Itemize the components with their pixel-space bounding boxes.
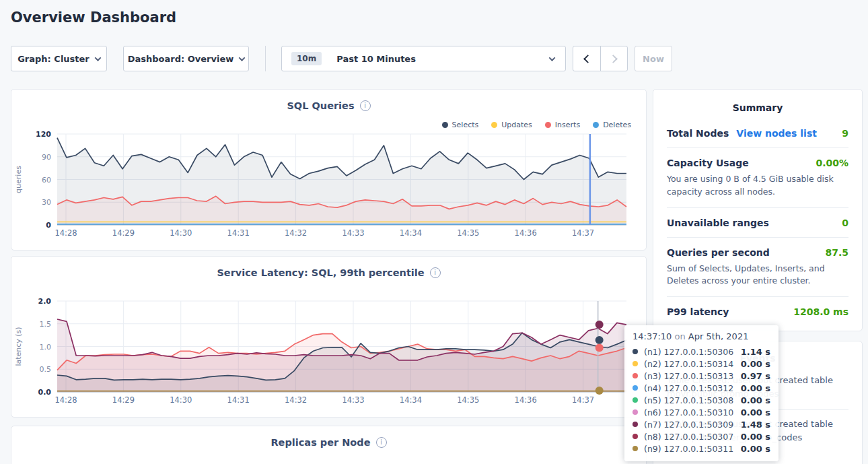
svg-text:14:28: 14:28	[55, 228, 77, 238]
p99-latency-value: 1208.0 ms	[793, 306, 848, 317]
service-latency-chart-card: Service Latency: SQL, 99th percentile i …	[11, 256, 647, 418]
svg-text:60: 60	[42, 176, 51, 185]
page-title: Overview Dashboard	[11, 9, 176, 26]
sql-queries-chart-card: SQL Queries i SelectsUpdatesInsertsDelet…	[11, 89, 647, 251]
tooltip-node-row: (n4) 127.0.0.1:503120.00 s	[632, 382, 770, 394]
svg-text:14:36: 14:36	[515, 395, 537, 405]
tooltip-node-value: 0.00 s	[741, 395, 770, 405]
chart-title-text: Replicas per Node	[270, 437, 370, 448]
tooltip-node-label: (n6) 127.0.0.1:50310	[644, 407, 733, 418]
svg-text:14:37: 14:37	[572, 395, 594, 405]
graph-scope-dropdown-label: Graph: Cluster	[17, 54, 89, 64]
service-latency-plot[interactable]: 14:2814:2914:3014:3114:3214:3314:3414:35…	[11, 257, 647, 418]
tooltip-node-label: (n5) 127.0.0.1:50308	[644, 395, 733, 405]
qps-value: 87.5	[825, 247, 848, 258]
tooltip-on-text: on	[672, 331, 688, 341]
svg-text:14:34: 14:34	[400, 395, 422, 405]
qps-label: Queries per second	[667, 247, 770, 258]
node-color-dot-icon	[632, 434, 638, 439]
tooltip-node-row: (n6) 127.0.0.1:503100.00 s	[632, 406, 770, 418]
qps-subtext: Sum of Selects, Updates, Inserts, and De…	[667, 263, 848, 288]
replicas-per-node-chart-card: Replicas per Node i	[11, 426, 647, 464]
svg-text:2.0: 2.0	[38, 297, 52, 306]
time-next-button[interactable]	[600, 46, 627, 71]
svg-text:14:34: 14:34	[400, 228, 422, 238]
svg-text:14:30: 14:30	[170, 228, 192, 238]
chevron-down-icon	[94, 55, 101, 61]
tooltip-node-label: (n2) 127.0.0.1:50314	[644, 359, 733, 369]
time-range-badge: 10m	[291, 52, 322, 65]
chevron-down-icon	[549, 55, 556, 61]
tooltip-node-label: (n7) 127.0.0.1:50309	[644, 420, 733, 430]
now-button[interactable]: Now	[635, 46, 672, 71]
tooltip-time: 14:37:10	[632, 331, 672, 341]
sql-queries-plot[interactable]: 14:2814:2914:3014:3114:3214:3314:3414:35…	[11, 90, 647, 251]
dashboard-controls: Graph: Cluster Dashboard: Overview 10m P…	[11, 46, 672, 71]
summary-title: Summary	[667, 90, 848, 119]
tooltip-node-label: (n3) 127.0.0.1:50313	[644, 371, 733, 381]
graph-scope-dropdown[interactable]: Graph: Cluster	[11, 46, 107, 71]
tooltip-node-value: 1.48 s	[741, 420, 770, 430]
tooltip-node-row: (n9) 127.0.0.1:503110.00 s	[632, 442, 770, 455]
summary-row-total-nodes: Total Nodes View nodes list 9	[667, 119, 848, 148]
svg-text:14:36: 14:36	[515, 228, 537, 238]
tooltip-node-value: 0.00 s	[741, 444, 770, 454]
svg-text:1.5: 1.5	[40, 320, 52, 329]
node-color-dot-icon	[632, 349, 638, 354]
svg-text:1.0: 1.0	[40, 343, 52, 352]
dashboard-dropdown-label: Dashboard: Overview	[128, 54, 234, 64]
unavailable-ranges-value: 0	[842, 218, 848, 228]
tooltip-node-value: 1.14 s	[741, 347, 770, 357]
svg-text:14:28: 14:28	[55, 395, 77, 405]
tooltip-node-row: (n8) 127.0.0.1:503070.00 s	[632, 430, 770, 442]
replicas-per-node-chart-title: Replicas per Node i	[11, 437, 646, 448]
chevron-right-icon	[609, 55, 618, 63]
dashboard-dropdown[interactable]: Dashboard: Overview	[123, 46, 249, 71]
svg-text:14:30: 14:30	[170, 395, 192, 405]
svg-text:0.0: 0.0	[38, 388, 52, 397]
svg-text:14:35: 14:35	[457, 228, 479, 238]
node-color-dot-icon	[632, 385, 638, 391]
svg-text:14:33: 14:33	[342, 395, 364, 405]
view-nodes-list-link[interactable]: View nodes list	[736, 128, 817, 139]
tooltip-node-label: (n1) 127.0.0.1:50306	[644, 347, 733, 357]
svg-text:14:31: 14:31	[227, 228, 250, 238]
tooltip-node-rows: (n1) 127.0.0.1:503061.14 s(n2) 127.0.0.1…	[632, 345, 770, 455]
chart-hover-tooltip: 14:37:10 on Apr 5th, 2021 (n1) 127.0.0.1…	[624, 325, 779, 461]
time-prev-button[interactable]	[573, 46, 600, 71]
summary-row-capacity: Capacity Usage 0.00% You are using 0 B o…	[667, 148, 848, 208]
tooltip-node-label: (n8) 127.0.0.1:50307	[644, 432, 733, 442]
unavailable-ranges-label: Unavailable ranges	[667, 218, 769, 228]
tooltip-node-value: 0.97 s	[741, 371, 770, 381]
summary-row-unavailable-ranges: Unavailable ranges 0	[667, 208, 848, 238]
svg-text:14:31: 14:31	[227, 395, 250, 405]
svg-text:90: 90	[42, 153, 51, 162]
controls-divider	[265, 46, 266, 71]
node-color-dot-icon	[632, 422, 638, 427]
tooltip-node-label: (n9) 127.0.0.1:50311	[644, 444, 733, 454]
capacity-usage-label: Capacity Usage	[667, 158, 749, 168]
time-range-selector[interactable]: 10m Past 10 Minutes	[281, 46, 566, 71]
p99-latency-label: P99 latency	[667, 306, 729, 317]
svg-text:14:35: 14:35	[457, 395, 479, 405]
svg-text:30: 30	[42, 198, 51, 207]
node-color-dot-icon	[632, 446, 638, 451]
svg-text:14:29: 14:29	[112, 395, 135, 405]
tooltip-date: Apr 5th, 2021	[688, 331, 749, 341]
node-color-dot-icon	[632, 373, 638, 378]
svg-text:120: 120	[36, 130, 51, 139]
svg-text:14:29: 14:29	[112, 228, 135, 238]
summary-panel: Summary Total Nodes View nodes list 9 Ca…	[653, 89, 863, 331]
svg-text:0.5: 0.5	[40, 365, 52, 374]
tooltip-node-value: 0.00 s	[741, 383, 770, 393]
svg-text:14:32: 14:32	[285, 228, 307, 238]
time-range-label: Past 10 Minutes	[336, 54, 416, 64]
tooltip-timestamp: 14:37:10 on Apr 5th, 2021	[632, 331, 770, 341]
info-icon[interactable]: i	[376, 437, 387, 448]
svg-text:14:37: 14:37	[572, 228, 594, 238]
svg-text:latency (s): latency (s)	[14, 327, 23, 366]
svg-text:14:32: 14:32	[285, 395, 307, 405]
capacity-usage-subtext: You are using 0 B of 4.5 GiB usable disk…	[667, 173, 848, 199]
tooltip-node-value: 0.00 s	[741, 359, 770, 369]
total-nodes-value: 9	[842, 128, 848, 139]
